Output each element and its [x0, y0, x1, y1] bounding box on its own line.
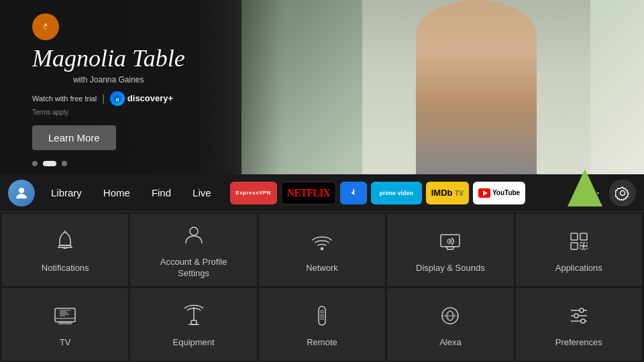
dot-1[interactable]: [32, 161, 38, 166]
expressvpn-label: ExpressVPN: [235, 190, 271, 196]
network-label: Network: [306, 263, 338, 274]
account-label: Account & ProfileSettings: [160, 257, 227, 280]
account-icon: [179, 221, 209, 250]
discovery-svg: d: [113, 94, 122, 103]
netflix-label: NETFLIX: [287, 187, 330, 199]
apps-icon: [567, 229, 591, 253]
firetv-icon: [347, 186, 360, 200]
equipment-icon-container: [179, 301, 209, 330]
svg-point-42: [574, 314, 578, 318]
app-prime-video[interactable]: prime video: [371, 182, 422, 204]
remote-label: Remote: [307, 337, 337, 349]
svg-rect-13: [571, 243, 578, 249]
antenna-icon: [182, 304, 206, 328]
tv-icon: [53, 304, 77, 328]
app-youtube[interactable]: YouTube: [473, 182, 525, 204]
svg-rect-12: [580, 233, 587, 240]
svg-point-9: [321, 247, 323, 249]
tv-icon-container: [50, 301, 80, 330]
discovery-logo: d discovery+: [110, 91, 173, 106]
gear-icon: [615, 186, 630, 200]
preferences-label: Preferences: [555, 337, 602, 349]
hero-streaming-row: Watch with free trial | d discovery+: [32, 91, 185, 106]
app-imdb[interactable]: IMDb TV: [426, 182, 469, 204]
nav-library[interactable]: Library: [40, 187, 93, 198]
settings-network[interactable]: Network: [259, 214, 385, 286]
hero-title: Magnolia Table: [32, 46, 185, 72]
app-firetv[interactable]: [340, 182, 367, 204]
hero-content: Magnolia Table with Joanna Gaines Watch …: [32, 13, 185, 150]
avatar-icon: [13, 185, 30, 201]
applications-icon: [564, 227, 594, 256]
hero-person-image: [362, 0, 590, 174]
arrow-indicator: [568, 169, 602, 206]
magnolia-icon: [38, 19, 54, 35]
sliders-icon: [567, 304, 591, 328]
settings-alexa[interactable]: Alexa: [387, 288, 513, 361]
nav-apps: ExpressVPN NETFLIX prime video IMDb TV Y…: [230, 182, 582, 204]
hero-streaming-text: Watch with free trial: [32, 95, 97, 103]
settings-grid: Notifications Account & ProfileSettings: [0, 212, 644, 362]
notifications-label: Notifications: [42, 263, 89, 274]
svg-point-41: [580, 308, 584, 312]
svg-point-31: [321, 310, 323, 313]
settings-display[interactable]: Display & Sounds: [387, 214, 513, 286]
settings-applications[interactable]: Applications: [516, 214, 642, 286]
settings-notifications[interactable]: Notifications: [2, 214, 128, 286]
navbar: Library Home Find Live ExpressVPN NETFLI…: [0, 174, 644, 212]
dot-2[interactable]: [43, 161, 56, 166]
alexa-icon-container: [435, 301, 465, 330]
svg-point-4: [19, 188, 24, 193]
preferences-icon-container: [564, 301, 594, 330]
nav-links: Library Home Find Live: [40, 187, 222, 198]
discovery-plus-text: discovery+: [127, 93, 173, 103]
svg-rect-10: [441, 235, 460, 247]
person-icon: [182, 223, 206, 247]
svg-rect-11: [571, 233, 578, 240]
settings-preferences[interactable]: Preferences: [516, 288, 642, 361]
hero-terms: Terms apply.: [32, 109, 185, 116]
youtube-play-icon: [478, 188, 490, 198]
tv-label: TV: [60, 337, 71, 349]
remote-icon: [310, 304, 334, 328]
nav-live[interactable]: Live: [182, 187, 222, 198]
svg-rect-19: [58, 322, 72, 324]
svg-point-43: [581, 319, 585, 323]
settings-button[interactable]: [609, 180, 636, 206]
settings-grid-wrapper: Notifications Account & ProfileSettings: [0, 212, 644, 362]
nav-home[interactable]: Home: [93, 187, 141, 198]
hero-section: Magnolia Table with Joanna Gaines Watch …: [0, 0, 644, 174]
app-expressvpn[interactable]: ExpressVPN: [230, 182, 277, 204]
wifi-icon: [310, 229, 334, 253]
svg-rect-30: [319, 306, 325, 325]
settings-remote[interactable]: Remote: [259, 288, 385, 361]
app-netflix[interactable]: NETFLIX: [281, 182, 336, 204]
settings-equipment[interactable]: Equipment: [130, 288, 256, 361]
imdb-label: IMDb TV: [431, 188, 464, 198]
applications-label: Applications: [555, 263, 602, 274]
svg-point-1: [44, 25, 47, 28]
display-sounds-icon: [438, 229, 462, 253]
settings-tv[interactable]: TV: [2, 288, 128, 361]
bell-icon: [53, 229, 77, 253]
settings-account[interactable]: Account & ProfileSettings: [130, 214, 256, 286]
hero-dots: [32, 161, 67, 166]
avatar[interactable]: [8, 180, 35, 206]
network-icon: [307, 227, 337, 256]
discovery-icon: d: [110, 91, 125, 106]
display-label: Display & Sounds: [416, 263, 485, 274]
display-icon: [435, 227, 465, 256]
remote-icon-container: [307, 301, 337, 330]
youtube-label: YouTube: [478, 188, 520, 198]
alexa-label: Alexa: [439, 337, 462, 349]
hero-badge: [32, 13, 59, 40]
notifications-icon: [50, 227, 80, 256]
learn-more-button[interactable]: Learn More: [32, 125, 116, 150]
hero-subtitle: with Joanna Gaines: [32, 75, 185, 84]
hero-divider: |: [102, 93, 105, 104]
alexa-icon: [438, 304, 462, 328]
svg-rect-28: [191, 320, 197, 324]
dot-3[interactable]: [62, 161, 67, 166]
nav-find[interactable]: Find: [141, 187, 182, 198]
svg-point-8: [190, 227, 198, 235]
